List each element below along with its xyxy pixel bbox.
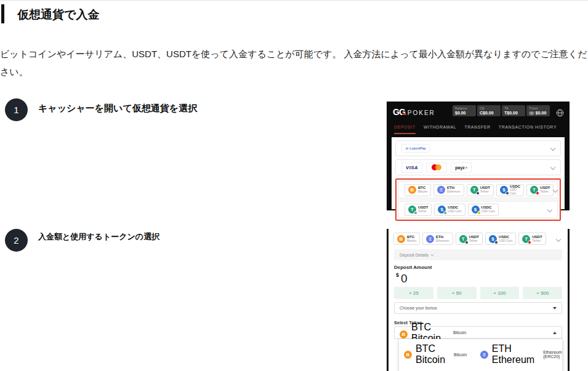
crypto-highlight-box: BBTCBitcoinΞETHEthereumTUSDTTether$USDCU… [395, 178, 561, 221]
crypto-chip-usdc[interactable]: $USDCUSD Coin [496, 184, 524, 196]
crypto-chip-usdc[interactable]: $USDCUSD Coin [434, 204, 465, 216]
selected-token-ticker: BTC [411, 322, 441, 333]
crypto-chip-usdt[interactable]: TUSDTTether [518, 233, 546, 245]
quick-amount-button[interactable]: + 500 [523, 287, 562, 299]
globe-icon[interactable] [556, 108, 564, 119]
step-2-number: 2 [5, 229, 28, 252]
cards-row[interactable]: VISA payz [395, 159, 561, 175]
crypto-chip-eth[interactable]: ΞETHEthereum [422, 233, 453, 245]
selected-token-network: Bitcoin [453, 330, 466, 335]
usdt-coin-icon: T [522, 235, 530, 243]
quick-amount-buttons: + 25+ 50+ 100+ 500 [394, 287, 562, 299]
crypto-chip-btc[interactable]: BBTCBitcoin [405, 184, 431, 196]
page-title: 仮想通貨で入金 [17, 7, 99, 23]
eth-coin-icon: Ξ [426, 235, 434, 243]
deposit-amount-label: Deposit Amount [394, 265, 432, 270]
token-option-usdc[interactable]: $USDCUSD CoinEthereum (ERC20) [475, 369, 567, 371]
quick-amount-button[interactable]: + 100 [480, 287, 520, 299]
chevron-down-icon[interactable] [550, 146, 555, 151]
teal-network-badge-icon [414, 211, 417, 215]
btc-coin-icon: B [397, 235, 405, 243]
quick-amount-button[interactable]: + 50 [437, 287, 477, 299]
payz-logo: payz [451, 162, 472, 173]
amount-input[interactable]: $0 [396, 272, 408, 285]
deposit-screenshot: BBTCBitcoinΞETHEthereumTUSDTTether$USDCU… [387, 229, 570, 371]
token-option-eth[interactable]: ΞETHEthereumEthereum (ERC20) [475, 341, 567, 367]
intro-paragraph: ビットコインやイーサリアム、USDT、USDTを使って入金することが可能です。 … [0, 45, 588, 81]
usdt-coin-icon: T [470, 186, 478, 194]
chevron-down-icon[interactable] [556, 237, 561, 242]
crypto-row-2[interactable]: TUSDTTether$USDCUSD Coin$USDCUSD Coin [398, 201, 558, 218]
amount-value: 0 [401, 272, 408, 285]
tab-transaction-history[interactable]: TRANSACTION HISTORY [499, 125, 557, 134]
usdc-coin-icon: $ [472, 205, 480, 213]
eth-coin-icon: Ξ [480, 351, 488, 359]
crypto-chip-usdc[interactable]: $USDCUSD Coin [468, 204, 499, 216]
eth-network-badge-icon [494, 241, 498, 244]
balance-boxes: Balance$0.00C$C$0.00T$T$0.00Ticket0$0.00 [453, 105, 550, 116]
cashier-tab-bar: DEPOSITWITHDRAWALTRANSFERTRANSACTION HIS… [394, 125, 557, 134]
eth-network-badge-icon [505, 191, 509, 195]
eth-coin-icon: Ξ [437, 186, 445, 194]
visa-logo: VISA [401, 162, 422, 173]
currency-symbol: $ [396, 272, 399, 278]
deposit-details-label: Deposit Details [400, 253, 429, 257]
quick-amount-button[interactable]: + 25 [394, 287, 433, 299]
mastercard-logo [426, 162, 447, 173]
caret-up-icon [553, 332, 557, 334]
trx-network-badge-icon [528, 241, 531, 244]
balance-box-balance: Balance$0.00 [453, 105, 476, 116]
crypto-chip-usdt[interactable]: TUSDTTether [526, 184, 554, 196]
luxonpay-row[interactable]: ≫ LuxonPay [395, 140, 561, 156]
step-1-number: 1 [5, 98, 28, 121]
token-option-btc[interactable]: BBTCBitcoinBitcoin [399, 341, 475, 367]
teal-network-badge-icon [443, 211, 447, 215]
token-select[interactable]: B BTC Bitcoin Bitcoin [394, 326, 562, 339]
usdc-coin-icon: $ [500, 186, 508, 194]
crypto-chip-usdt[interactable]: TUSDTTether [467, 184, 494, 196]
crypto-chip-usdt[interactable]: TUSDTTether [405, 204, 432, 216]
step-2-title: 入金額と使用するトークンの選択 [38, 231, 159, 242]
eth-network-badge-icon [465, 241, 469, 244]
payment-methods-panel: ≫ LuxonPay VISA payz BBTCBitcoinΞETHEthe… [392, 137, 565, 209]
balance-box-ticket: Ticket0$0.00 [526, 105, 550, 116]
trx-network-badge-icon [536, 191, 539, 195]
tab-transfer[interactable]: TRANSFER [464, 125, 491, 134]
chevron-down-icon[interactable] [547, 207, 552, 212]
crypto-chip-usdt[interactable]: TUSDTTether [456, 233, 483, 245]
logo-gg-text: GG [393, 107, 405, 117]
logo-red-mark [402, 113, 406, 115]
deposit-details-toggle[interactable]: Deposit Details [394, 249, 562, 260]
logo-poker-text: POKER [408, 110, 435, 116]
eth-network-badge-icon [476, 191, 480, 195]
btc-coin-icon: B [408, 186, 416, 194]
title-accent-bar [1, 4, 4, 23]
bonus-select[interactable]: Choose your bonus [394, 302, 562, 314]
bonus-placeholder: Choose your bonus [400, 306, 437, 310]
crypto-row-1[interactable]: BBTCBitcoinΞETHEthereumTUSDTTether$USDCU… [398, 182, 558, 198]
step-1-title: キャッシャーを開いて仮想通貨を選択 [38, 103, 197, 114]
crypto-chip-btc[interactable]: BBTCBitcoin [393, 233, 420, 245]
crypto-chip-usdc[interactable]: $USDCUSD Coin [485, 233, 516, 245]
ggpoker-logo: GG POKER [393, 107, 435, 121]
ticket-count-badge: 0 [529, 111, 534, 115]
balance-box-ts: T$T$0.00 [502, 105, 525, 116]
btc-coin-icon: B [404, 351, 412, 359]
btc-coin-icon: B [400, 330, 408, 338]
tab-deposit[interactable]: DEPOSIT [394, 125, 416, 134]
token-option-usdt[interactable]: TUSDTTetherEthereum (ERC20) [399, 369, 475, 371]
luxonpay-logo: ≫ LuxonPay [401, 144, 430, 153]
usdt-coin-icon: T [408, 205, 416, 213]
chevron-down-icon[interactable] [553, 187, 558, 192]
caret-down-icon [553, 307, 557, 309]
crypto-chip-eth[interactable]: ΞETHEthereum [433, 184, 464, 196]
token-dropdown-menu: BBTCBitcoinBitcoinΞETHEthereumEthereum (… [399, 339, 562, 371]
tab-withdrawal[interactable]: WITHDRAWAL [424, 125, 456, 134]
usdt-coin-icon: T [530, 186, 538, 194]
usdc-coin-icon: $ [489, 235, 497, 243]
usdt-coin-icon: T [459, 235, 467, 243]
chevron-down-icon[interactable] [550, 165, 555, 170]
chevron-down-icon [431, 253, 434, 256]
usdc-coin-icon: $ [438, 205, 446, 213]
crypto-chips-row[interactable]: BBTCBitcoinΞETHEthereumTUSDTTether$USDCU… [393, 233, 562, 245]
